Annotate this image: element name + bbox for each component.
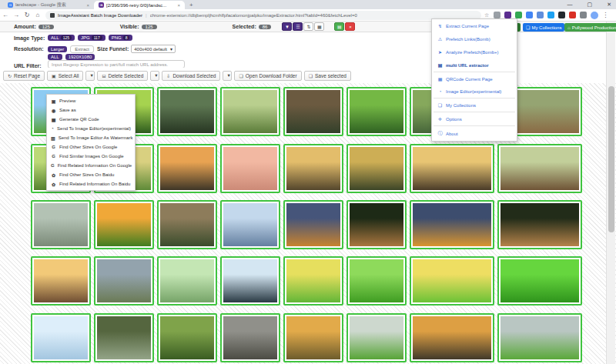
- pullywood-production-button[interactable]: ⌂Pullywood Production: [564, 23, 616, 32]
- resolution-1920-button[interactable]: 1920X1080: [65, 54, 95, 60]
- image-thumbnail[interactable]: [346, 144, 407, 193]
- app-menu-item[interactable]: ⓘAbout: [432, 126, 517, 141]
- image-thumbnail[interactable]: [346, 200, 407, 249]
- app-menu-item[interactable]: ✛Options: [432, 112, 517, 125]
- dropdown-caret-button[interactable]: ▾: [150, 71, 159, 81]
- delete-selected-button[interactable]: ⊟Delete Selected: [97, 71, 148, 81]
- gray-extension-icon[interactable]: [580, 12, 587, 18]
- open-download-folder-button[interactable]: ❏Open Download Folder: [234, 71, 301, 81]
- image-thumbnail[interactable]: [220, 313, 280, 362]
- thumbnail-view-button[interactable]: ▦: [314, 22, 324, 31]
- image-type-jpg-button[interactable]: JPG117: [78, 35, 105, 41]
- reload-icon[interactable]: ↻: [22, 12, 32, 18]
- forward-icon[interactable]: →: [11, 12, 22, 18]
- profile-avatar[interactable]: [591, 12, 598, 19]
- reset-page-button[interactable]: ↻Reset Page: [3, 71, 45, 81]
- image-thumbnail[interactable]: [283, 144, 343, 193]
- scrollbar[interactable]: [606, 22, 615, 364]
- image-thumbnail[interactable]: [157, 144, 217, 193]
- app-menu-item[interactable]: ⚠Prefetch Links(Bomb): [432, 32, 517, 45]
- list-view-button[interactable]: ☰: [293, 22, 303, 31]
- image-thumbnail[interactable]: [220, 87, 280, 136]
- image-thumbnail[interactable]: [31, 200, 91, 249]
- image-thumbnail[interactable]: [283, 87, 343, 136]
- back-icon[interactable]: ←: [0, 12, 11, 18]
- app-menu-item[interactable]: ❏My Collections: [432, 99, 517, 112]
- larger-button[interactable]: Larger: [48, 46, 67, 52]
- image-thumbnail[interactable]: [283, 256, 343, 306]
- context-menu-item[interactable]: GFind Similar Images On Google: [47, 152, 135, 161]
- address-bar[interactable]: ImageAssistant Batch Image Downloader | …: [45, 11, 481, 20]
- green-extension-icon[interactable]: [515, 12, 522, 18]
- image-thumbnail[interactable]: [220, 144, 280, 193]
- context-menu-item[interactable]: ✿Find Other Sizes On Baidu: [47, 170, 135, 179]
- image-thumbnail[interactable]: [31, 256, 91, 306]
- maximize-button[interactable]: ▢: [588, 2, 593, 8]
- context-menu-item[interactable]: GFind Related Information On Google: [47, 161, 135, 170]
- save-selected-button[interactable]: ❏Save selected: [304, 71, 351, 81]
- image-thumbnail[interactable]: [157, 313, 217, 362]
- dropdown-caret-button[interactable]: ▾: [223, 71, 232, 81]
- image-thumbnail[interactable]: [283, 313, 343, 362]
- app-menu-item[interactable]: ▤multi URL extractor: [432, 58, 517, 72]
- image-thumbnail[interactable]: [410, 200, 494, 249]
- image-thumbnail[interactable]: [94, 256, 154, 306]
- image-thumbnail[interactable]: [94, 200, 154, 249]
- image-thumbnail[interactable]: [497, 256, 582, 306]
- image-thumbnail[interactable]: [283, 200, 343, 249]
- my-collections-button[interactable]: ❏My Collections: [523, 23, 564, 32]
- image-thumbnail[interactable]: [94, 313, 154, 362]
- image-thumbnail[interactable]: [346, 87, 407, 136]
- new-tab-button[interactable]: +: [189, 2, 193, 9]
- image-thumbnail[interactable]: [346, 256, 407, 306]
- image-thumbnail[interactable]: [497, 200, 582, 249]
- context-menu-item[interactable]: ✿Find Related Information On Baidu: [47, 179, 135, 189]
- image-thumbnail[interactable]: [410, 313, 494, 362]
- screenshot-extension-icon[interactable]: [537, 12, 544, 18]
- check-extension-icon[interactable]: [494, 12, 500, 18]
- context-menu-item[interactable]: ◔Send To Image Editor(experimental): [47, 124, 135, 133]
- image-thumbnail[interactable]: [157, 256, 217, 306]
- batch-ok-button[interactable]: ▤: [334, 22, 344, 31]
- close-button[interactable]: ✕: [607, 2, 611, 8]
- image-thumbnail[interactable]: [410, 144, 494, 193]
- github-extension-icon[interactable]: [558, 12, 565, 18]
- tab-close-icon[interactable]: ×: [86, 3, 89, 8]
- imageassistant-extension-icon[interactable]: [504, 12, 511, 18]
- browser-menu-icon[interactable]: ⋮: [602, 12, 608, 18]
- filter-funnel-button[interactable]: ▼: [282, 22, 292, 31]
- browser-tab-1[interactable]: IA[2/396/396-retry:0/0]/landsc...×: [94, 1, 185, 9]
- adblock-extension-icon[interactable]: [569, 12, 576, 18]
- image-thumbnail[interactable]: [497, 313, 582, 362]
- bookmark-star-icon[interactable]: ☆: [484, 12, 489, 18]
- image-type-all-button[interactable]: ALL125: [48, 35, 75, 41]
- scrollbar-thumb[interactable]: [608, 86, 614, 232]
- home-icon[interactable]: ⌂: [32, 12, 43, 18]
- image-thumbnail[interactable]: [157, 200, 217, 249]
- image-thumbnail[interactable]: [410, 256, 494, 306]
- extract-button[interactable]: Extract: [70, 45, 94, 53]
- app-menu-item[interactable]: ◔Image Editor(experimental): [432, 85, 517, 98]
- dropdown-caret-button[interactable]: ▾: [85, 71, 95, 81]
- size-funnel-select[interactable]: 400x400 default ▾: [131, 45, 176, 53]
- image-thumbnail[interactable]: [497, 144, 582, 193]
- app-menu-item[interactable]: ➤Analyze Prefetch(Bomb+): [432, 45, 517, 58]
- context-menu-item[interactable]: GFind Other Sizes On Google: [47, 142, 135, 152]
- context-menu-item[interactable]: ◉Save as: [47, 105, 135, 115]
- context-menu-item[interactable]: ▦Generate QR Code: [47, 115, 135, 124]
- app-menu-item[interactable]: ▦QRCode Current Page: [432, 72, 517, 85]
- download-selected-button[interactable]: ⇩Download Selected: [162, 71, 220, 81]
- twitter-extension-icon[interactable]: [547, 12, 554, 18]
- image-thumbnail[interactable]: [220, 256, 280, 306]
- resolution-all-button[interactable]: ALL: [48, 54, 62, 60]
- browser-tab-0[interactable]: Glandscape - Google 搜索×: [3, 1, 94, 9]
- sort-order-button[interactable]: ⇅: [303, 22, 313, 31]
- image-type-png-button[interactable]: PNG8: [109, 35, 133, 41]
- image-thumbnail[interactable]: [346, 313, 407, 362]
- minimize-button[interactable]: —: [567, 2, 573, 7]
- image-thumbnail[interactable]: [31, 313, 91, 362]
- tab-close-icon[interactable]: ×: [177, 3, 180, 8]
- app-menu-item[interactable]: ↯Extract Current Page: [432, 19, 517, 32]
- context-menu-item[interactable]: ▥Send To Image Editor As Watermark: [47, 133, 135, 142]
- select-all-button[interactable]: ▣Select All: [47, 71, 83, 81]
